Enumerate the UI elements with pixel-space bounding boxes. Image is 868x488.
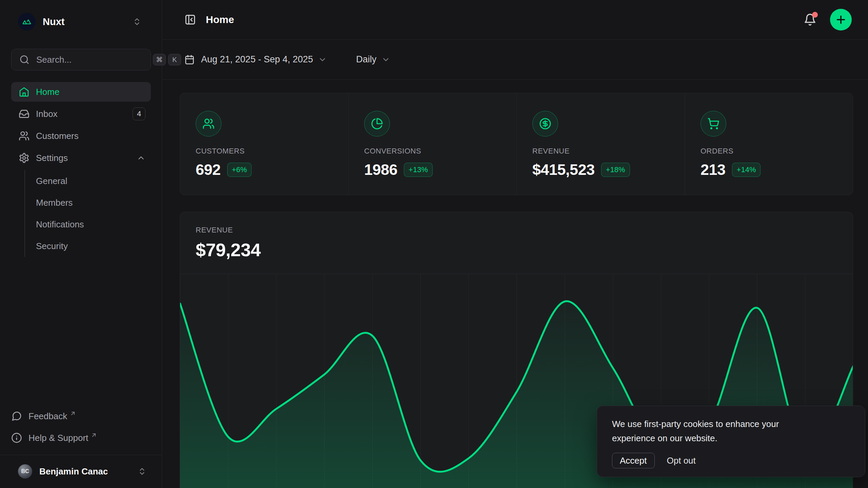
stat-delta-badge: +13% [404, 163, 433, 177]
sidebar-divider [0, 455, 162, 455]
revenue-panel-value: $79,234 [196, 239, 853, 260]
stat-conversions: CONVERSIONS 1986 +13% [348, 93, 516, 195]
stat-delta-badge: +18% [601, 163, 630, 177]
date-range-label: Aug 21, 2025 - Sep 4, 2025 [201, 54, 313, 65]
stat-orders: ORDERS 213 +14% [685, 93, 853, 195]
users-icon [19, 130, 29, 141]
sidebar-item-security[interactable]: Security [36, 235, 151, 257]
add-button[interactable] [830, 9, 852, 30]
stat-value: $415,523 [532, 161, 595, 179]
sidebar-item-settings[interactable]: Settings [11, 148, 151, 168]
chevron-down-icon [381, 55, 390, 64]
accept-button[interactable]: Accept [612, 453, 655, 468]
sidebar-item-inbox[interactable]: Inbox 4 [11, 104, 151, 124]
stat-label: CUSTOMERS [196, 147, 348, 156]
stat-label: ORDERS [701, 147, 853, 156]
stat-value: 692 [196, 161, 221, 179]
sidebar-item-notifications[interactable]: Notifications [36, 214, 151, 235]
date-range-picker[interactable]: Aug 21, 2025 - Sep 4, 2025 [184, 54, 327, 65]
users-icon [196, 111, 221, 137]
chevrons-up-down-icon [133, 17, 141, 26]
inbox-unread-badge: 4 [133, 107, 145, 120]
stat-value: 1986 [364, 161, 397, 179]
pie-chart-icon [364, 111, 390, 137]
chevron-down-icon [318, 55, 327, 64]
opt-out-button[interactable]: Opt out [667, 455, 696, 466]
info-circle-icon [11, 432, 22, 443]
dashboard-app: Nuxt ⌘ K Home Inb [0, 0, 868, 488]
avatar: BC [18, 464, 32, 479]
sidebar-item-label: Customers [36, 131, 79, 141]
calendar-icon [184, 55, 195, 65]
search-icon [19, 55, 29, 65]
stat-value: 213 [701, 161, 726, 179]
sidebar-item-label: Home [36, 87, 59, 97]
arrow-up-right-icon [91, 432, 97, 439]
nuxt-logo-icon [18, 13, 36, 30]
settings-subnav: General Members Notifications Security [24, 170, 151, 257]
chevrons-up-down-icon [138, 467, 146, 476]
chevron-up-icon [137, 154, 145, 162]
filters-toolbar: Aug 21, 2025 - Sep 4, 2025 Daily [162, 40, 868, 80]
workspace-name: Nuxt [43, 16, 64, 27]
stats-row: CUSTOMERS 692 +6% CONVERSIONS 1986 +13% … [180, 93, 853, 195]
search-input[interactable]: ⌘ K [11, 49, 151, 70]
header-actions [804, 9, 852, 30]
sidebar-item-label: Settings [36, 153, 68, 163]
notifications-button[interactable] [804, 13, 816, 26]
arrow-up-right-icon [70, 410, 76, 417]
sidebar: Nuxt ⌘ K Home Inb [0, 0, 162, 488]
stat-delta-badge: +6% [227, 163, 252, 177]
sidebar-item-help-support[interactable]: Help & Support [11, 427, 151, 449]
home-icon [19, 86, 29, 97]
page-title: Home [206, 14, 234, 25]
cookie-banner: We use first-party cookies to enhance yo… [597, 406, 865, 477]
stat-label: REVENUE [532, 147, 685, 156]
shopping-cart-icon [701, 111, 726, 137]
granularity-select[interactable]: Daily [356, 54, 390, 65]
sidebar-item-members[interactable]: Members [36, 192, 151, 214]
plus-icon [835, 14, 847, 26]
message-circle-icon [11, 411, 22, 422]
user-menu[interactable]: BC Benjamin Canac [7, 460, 155, 483]
sidebar-item-general[interactable]: General [36, 170, 151, 192]
sidebar-nav: Home Inbox 4 Customers Settings [11, 82, 151, 257]
notification-dot [812, 12, 818, 18]
cookie-message: We use first-party cookies to enhance yo… [612, 417, 819, 445]
granularity-label: Daily [356, 54, 376, 65]
stat-revenue: REVENUE $415,523 +18% [516, 93, 685, 195]
user-name: Benjamin Canac [39, 466, 108, 477]
circle-dollar-icon [532, 111, 558, 137]
page-header: Home [162, 0, 868, 40]
search-field[interactable] [36, 54, 151, 65]
revenue-panel-label: REVENUE [196, 226, 853, 235]
sidebar-item-customers[interactable]: Customers [11, 126, 151, 146]
stat-label: CONVERSIONS [364, 147, 516, 156]
stat-customers: CUSTOMERS 692 +6% [180, 93, 348, 195]
sidebar-item-label: Inbox [36, 109, 58, 119]
sidebar-item-feedback[interactable]: Feedback [11, 405, 151, 427]
inbox-icon [19, 108, 29, 119]
sidebar-footer: Feedback Help & Support [11, 405, 151, 449]
panel-left-close-icon[interactable] [184, 14, 196, 25]
sidebar-item-home[interactable]: Home [11, 82, 151, 102]
gear-icon [19, 152, 29, 163]
stat-delta-badge: +14% [732, 163, 761, 177]
workspace-switcher[interactable]: Nuxt [18, 13, 151, 30]
